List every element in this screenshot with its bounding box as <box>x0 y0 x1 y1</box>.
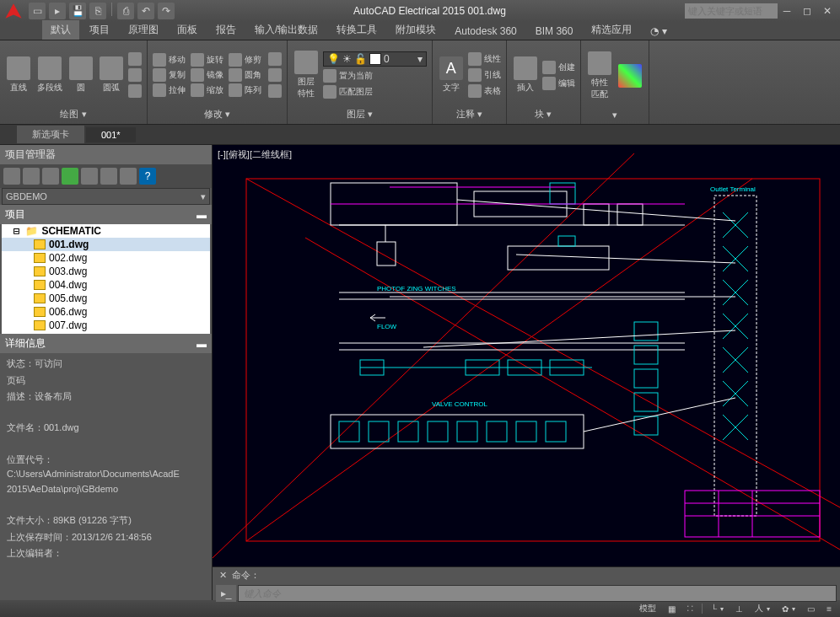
insert-button[interactable]: 插入 <box>512 55 539 95</box>
details-header[interactable]: 详细信息▬ <box>0 334 212 353</box>
move-button[interactable]: 移动 <box>153 53 186 67</box>
tree-file-006[interactable]: 006.dwg <box>2 305 210 319</box>
qat-new-icon[interactable]: ▭ <box>29 3 46 19</box>
close-icon[interactable]: ✕ <box>219 570 227 581</box>
modify-mini-2-icon[interactable] <box>268 68 282 82</box>
pm-btn-4-icon[interactable] <box>62 168 78 185</box>
scale-button[interactable]: 缩放 <box>191 83 223 97</box>
pm-btn-6-icon[interactable] <box>100 168 117 185</box>
line-button[interactable]: 直线 <box>5 55 32 95</box>
pm-project-header[interactable]: 项目▬ <box>0 205 212 224</box>
linear-dim-button[interactable]: 线性 <box>468 52 501 66</box>
panel-block-title[interactable]: 块 ▾ <box>512 108 575 122</box>
ribbon-tab-io[interactable]: 输入/输出数据 <box>246 20 326 40</box>
command-input[interactable] <box>238 585 837 602</box>
modify-mini-1-icon[interactable] <box>268 52 282 66</box>
tree-file-002[interactable]: 002.dwg <box>2 251 210 265</box>
match-properties-button[interactable]: 特性 匹配 <box>586 50 613 102</box>
ribbon-tab-more-icon[interactable]: ◔ ▾ <box>642 23 675 40</box>
qat-open-icon[interactable]: ▸ <box>49 3 66 19</box>
viewport[interactable]: [-][俯视][二维线框] <box>213 145 840 566</box>
stretch-button[interactable]: 拉伸 <box>153 83 186 97</box>
trim-button[interactable]: 修剪 <box>229 53 261 67</box>
ribbon-tab-a360[interactable]: Autodesk 360 <box>446 23 525 40</box>
help-search-input[interactable] <box>685 3 778 19</box>
ribbon-tab-featured[interactable]: 精选应用 <box>583 20 640 40</box>
table-button[interactable]: 表格 <box>468 84 501 98</box>
pm-btn-2-icon[interactable] <box>23 168 40 185</box>
pm-help-icon[interactable]: ? <box>139 168 156 185</box>
status-customize-icon[interactable]: ≡ <box>823 604 835 614</box>
ribbon-tab-bim360[interactable]: BIM 360 <box>527 23 582 40</box>
tree-file-007[interactable]: 007.dwg <box>2 319 210 332</box>
doctab-new[interactable]: 新选项卡 <box>17 126 84 143</box>
tree-file-004[interactable]: 004.dwg <box>2 278 210 292</box>
ribbon-tab-addin[interactable]: 附加模块 <box>387 20 444 40</box>
tree-root[interactable]: ⊟ 📁 SCHEMATIC <box>2 224 210 238</box>
pm-btn-3-icon[interactable] <box>42 168 59 185</box>
pm-project-combo[interactable]: GBDEMO▾ <box>2 188 210 205</box>
status-ws-icon[interactable]: ✿ <box>778 604 799 614</box>
polyline-button[interactable]: 多段线 <box>35 55 64 95</box>
close-icon[interactable]: ✕ <box>818 3 837 19</box>
arc-button[interactable]: 圆弧 <box>98 55 125 95</box>
leader-button[interactable]: 引线 <box>468 68 501 82</box>
rotate-button[interactable]: 旋转 <box>191 53 223 67</box>
draw-mini-1-icon[interactable] <box>128 52 142 66</box>
viewport-label[interactable]: [-][俯视][二维线框] <box>218 148 292 161</box>
ribbon-tab-panel[interactable]: 面板 <box>169 20 206 40</box>
ribbon-tab-project[interactable]: 项目 <box>81 20 118 40</box>
lock-icon: 🔓 <box>354 53 367 65</box>
panel-layer-title[interactable]: 图层 ▾ <box>293 108 427 122</box>
create-block-button[interactable]: 创建 <box>542 61 575 74</box>
draw-mini-2-icon[interactable] <box>128 68 142 82</box>
cmd-toggle-icon[interactable]: ▸_ <box>216 585 236 602</box>
modify-mini-3-icon[interactable] <box>268 84 282 98</box>
minimize-icon[interactable]: ─ <box>778 3 796 19</box>
status-model[interactable]: 模型 <box>636 603 660 614</box>
dwg-icon <box>34 239 46 249</box>
array-button[interactable]: 阵列 <box>229 83 261 97</box>
qat-redo-icon[interactable]: ↷ <box>158 3 175 19</box>
ribbon-tab-convert[interactable]: 转换工具 <box>328 20 385 40</box>
mirror-button[interactable]: 镜像 <box>191 68 223 82</box>
qat-print-icon[interactable]: ⎙ <box>117 3 134 19</box>
edit-block-button[interactable]: 编辑 <box>542 77 575 90</box>
tree-file-001[interactable]: 001.dwg <box>2 238 210 251</box>
tree-file-005[interactable]: 005.dwg <box>2 292 210 305</box>
layer-combo[interactable]: 💡☀🔓 0 ▾ <box>323 51 427 67</box>
status-osnap-icon[interactable]: └ <box>708 604 727 614</box>
doctab-001[interactable]: 001* <box>86 127 136 142</box>
layer-match-button[interactable]: 匹配图层 <box>323 85 427 99</box>
draw-mini-3-icon[interactable] <box>128 84 142 98</box>
fillet-button[interactable]: 圆角 <box>229 68 261 82</box>
tree-file-003[interactable]: 003.dwg <box>2 265 210 278</box>
layer-setcurrent-button[interactable]: 置为当前 <box>323 69 427 83</box>
palette-button[interactable] <box>617 62 643 89</box>
qat-undo-icon[interactable]: ↶ <box>137 3 154 19</box>
status-fullscreen-icon[interactable]: ▭ <box>804 604 818 614</box>
panel-modify-title[interactable]: 修改 ▾ <box>153 108 282 122</box>
maximize-icon[interactable]: ◻ <box>798 3 816 19</box>
panel-prop-title[interactable]: ▾ <box>586 110 643 122</box>
pm-tree[interactable]: ⊟ 📁 SCHEMATIC 001.dwg 002.dwg 003.dwg 00… <box>2 224 210 334</box>
pm-btn-7-icon[interactable] <box>120 168 137 185</box>
app-logo[interactable] <box>3 2 24 20</box>
circle-button[interactable]: 圆 <box>67 55 94 95</box>
qat-saveas-icon[interactable]: ⎘ <box>89 3 106 19</box>
panel-annot-title[interactable]: 注释 ▾ <box>438 108 501 122</box>
layer-properties-button[interactable]: 图层 特性 <box>293 49 320 101</box>
status-anno-icon[interactable]: 人 <box>751 603 773 614</box>
status-snap-icon[interactable]: ⸬ <box>684 604 697 614</box>
text-button[interactable]: A文字 <box>438 55 465 95</box>
ribbon-tab-schematic[interactable]: 原理图 <box>120 20 167 40</box>
pm-btn-5-icon[interactable] <box>81 168 98 185</box>
qat-save-icon[interactable]: 💾 <box>69 3 86 19</box>
copy-button[interactable]: 复制 <box>153 68 186 82</box>
ribbon-tab-default[interactable]: 默认 <box>42 20 79 40</box>
ribbon-tab-report[interactable]: 报告 <box>207 20 245 40</box>
panel-draw-title[interactable]: 绘图 ▾ <box>5 108 142 122</box>
status-grid-icon[interactable]: ▦ <box>665 604 679 614</box>
pm-btn-1-icon[interactable] <box>3 168 20 185</box>
status-ortho-icon[interactable]: ⊥ <box>732 604 746 614</box>
